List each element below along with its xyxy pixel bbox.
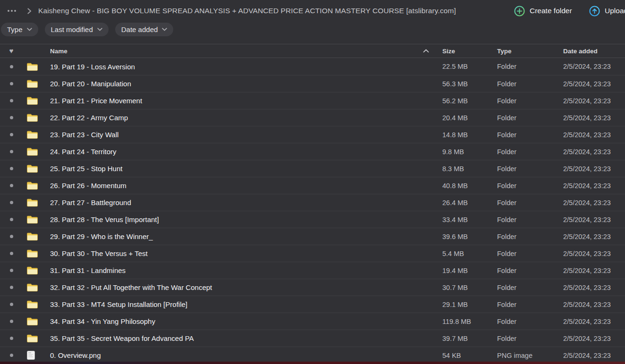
row-icon-cell bbox=[23, 249, 42, 258]
column-header-favorite[interactable]: ♥ bbox=[0, 47, 23, 55]
breadcrumb-chevron-icon[interactable] bbox=[27, 8, 32, 14]
table-row[interactable]: 32. Part 32 - Put All Together with The … bbox=[0, 279, 625, 296]
table-row[interactable]: 20. Part 20 - Manipulation 56.3 MB Folde… bbox=[0, 75, 625, 92]
folder-icon bbox=[27, 266, 38, 275]
row-name: 24. Part 24 - Territory bbox=[42, 148, 442, 156]
row-type: Folder bbox=[497, 80, 563, 88]
row-name: 30. Part 30 - The Versus + Test bbox=[42, 249, 442, 257]
row-selector[interactable] bbox=[0, 337, 23, 340]
row-size: 39.7 MB bbox=[442, 335, 497, 342]
selection-dot-icon bbox=[10, 167, 13, 170]
row-name: 31. Part 31 - Landmines bbox=[42, 266, 442, 274]
row-date: 2/5/2024, 23:23 bbox=[563, 216, 625, 223]
column-header-date-added[interactable]: Date added bbox=[563, 48, 625, 55]
selection-dot-icon bbox=[10, 252, 13, 255]
row-name: 28. Part 28 - The Verus [Important] bbox=[42, 215, 442, 223]
row-date: 2/5/2024, 23:23 bbox=[563, 131, 625, 139]
folder-icon bbox=[27, 147, 38, 156]
table-row[interactable]: 22. Part 22 - Army Camp 20.4 MB Folder 2… bbox=[0, 109, 625, 126]
row-name: 32. Part 32 - Put All Together with The … bbox=[42, 283, 442, 291]
row-selector[interactable] bbox=[0, 235, 23, 238]
table-row[interactable]: 24. Part 24 - Territory 9.8 MB Folder 2/… bbox=[0, 143, 625, 160]
row-icon-cell bbox=[23, 79, 42, 88]
row-selector[interactable] bbox=[0, 252, 23, 255]
row-type: Folder bbox=[497, 182, 563, 190]
filter-type[interactable]: Type bbox=[1, 23, 38, 36]
table-row[interactable]: 23. Part 23 - City Wall 14.8 MB Folder 2… bbox=[0, 126, 625, 143]
upload-button[interactable]: Upload bbox=[589, 0, 625, 22]
selection-dot-icon bbox=[10, 116, 13, 119]
table-row[interactable]: 29. Part 29 - Who is the Winner_ 39.6 MB… bbox=[0, 228, 625, 245]
plus-circle-icon bbox=[514, 6, 525, 17]
row-size: 40.8 MB bbox=[442, 182, 497, 190]
create-folder-button[interactable]: Create folder bbox=[514, 0, 572, 22]
row-type: PNG image bbox=[497, 352, 563, 359]
selection-dot-icon bbox=[10, 201, 13, 204]
more-options-icon[interactable] bbox=[7, 7, 17, 15]
heart-icon: ♥ bbox=[9, 47, 14, 55]
row-name: 20. Part 20 - Manipulation bbox=[42, 80, 442, 88]
row-name: 35. Part 35 - Secret Weapon for Advanced… bbox=[42, 334, 442, 342]
row-selector[interactable] bbox=[0, 269, 23, 272]
row-date: 2/5/2024, 23:23 bbox=[563, 284, 625, 291]
row-selector[interactable] bbox=[0, 184, 23, 187]
table-row[interactable]: 34. Part 34 - Yin Yang Philosophy 119.8 … bbox=[0, 313, 625, 330]
row-type: Folder bbox=[497, 165, 563, 173]
row-selector[interactable] bbox=[0, 303, 23, 306]
table-row[interactable]: 28. Part 28 - The Verus [Important] 33.4… bbox=[0, 211, 625, 228]
table-row[interactable]: 35. Part 35 - Secret Weapon for Advanced… bbox=[0, 330, 625, 347]
selection-dot-icon bbox=[10, 150, 13, 153]
column-header-name[interactable]: Name bbox=[42, 48, 442, 55]
row-selector[interactable] bbox=[0, 201, 23, 204]
table-row[interactable]: 33. Part 33 - MT4 Setup Installation [Pr… bbox=[0, 296, 625, 313]
row-icon-cell bbox=[23, 147, 42, 156]
table-row[interactable]: 0. Overview.png 54 KB PNG image 2/5/2024… bbox=[0, 347, 625, 364]
row-selector[interactable] bbox=[0, 218, 23, 221]
row-type: Folder bbox=[497, 250, 563, 257]
row-selector[interactable] bbox=[0, 116, 23, 119]
table-row[interactable]: 26. Part 26 - Momentum 40.8 MB Folder 2/… bbox=[0, 177, 625, 194]
table-row[interactable]: 27. Part 27 - Battleground 26.4 MB Folde… bbox=[0, 194, 625, 211]
row-type: Folder bbox=[497, 148, 563, 156]
table-row[interactable]: 21. Part 21 - Price Movement 56.2 MB Fol… bbox=[0, 92, 625, 109]
filter-last-modified[interactable]: Last modified bbox=[45, 23, 109, 36]
row-icon-cell bbox=[23, 283, 42, 292]
sort-ascending-icon[interactable] bbox=[423, 49, 429, 53]
filter-date-added[interactable]: Date added bbox=[115, 23, 174, 36]
row-selector[interactable] bbox=[0, 354, 23, 357]
row-selector[interactable] bbox=[0, 99, 23, 102]
row-date: 2/5/2024, 23:23 bbox=[563, 233, 625, 240]
chevron-down-icon bbox=[162, 28, 167, 31]
row-date: 2/5/2024, 23:23 bbox=[563, 199, 625, 207]
row-type: Folder bbox=[497, 114, 563, 122]
row-selector[interactable] bbox=[0, 82, 23, 85]
upload-label: Upload bbox=[605, 7, 625, 15]
row-selector[interactable] bbox=[0, 320, 23, 323]
row-selector[interactable] bbox=[0, 286, 23, 289]
row-date: 2/5/2024, 23:23 bbox=[563, 148, 625, 156]
column-header-type[interactable]: Type bbox=[497, 48, 563, 55]
row-selector[interactable] bbox=[0, 65, 23, 68]
table-row[interactable]: 25. Part 25 - Stop Hunt 8.3 MB Folder 2/… bbox=[0, 160, 625, 177]
row-date: 2/5/2024, 23:23 bbox=[563, 352, 625, 359]
row-type: Folder bbox=[497, 267, 563, 274]
row-date: 2/5/2024, 23:23 bbox=[563, 80, 625, 88]
row-selector[interactable] bbox=[0, 133, 23, 136]
row-icon-cell bbox=[23, 198, 42, 207]
row-size: 14.8 MB bbox=[442, 131, 497, 139]
table-row[interactable]: 19. Part 19 - Loss Aversion 22.5 MB Fold… bbox=[0, 58, 625, 75]
column-header-size[interactable]: Size bbox=[442, 48, 497, 55]
folder-icon bbox=[27, 249, 38, 258]
row-icon-cell bbox=[23, 300, 42, 309]
row-date: 2/5/2024, 23:23 bbox=[563, 301, 625, 308]
table-row[interactable]: 30. Part 30 - The Versus + Test 5.4 MB F… bbox=[0, 245, 625, 262]
folder-icon bbox=[27, 334, 38, 343]
row-date: 2/5/2024, 23:23 bbox=[563, 318, 625, 325]
row-icon-cell bbox=[23, 317, 42, 326]
row-icon-cell bbox=[23, 266, 42, 275]
row-selector[interactable] bbox=[0, 167, 23, 170]
row-size: 20.4 MB bbox=[442, 114, 497, 122]
selection-dot-icon bbox=[10, 235, 13, 238]
row-selector[interactable] bbox=[0, 150, 23, 153]
table-row[interactable]: 31. Part 31 - Landmines 19.4 MB Folder 2… bbox=[0, 262, 625, 279]
